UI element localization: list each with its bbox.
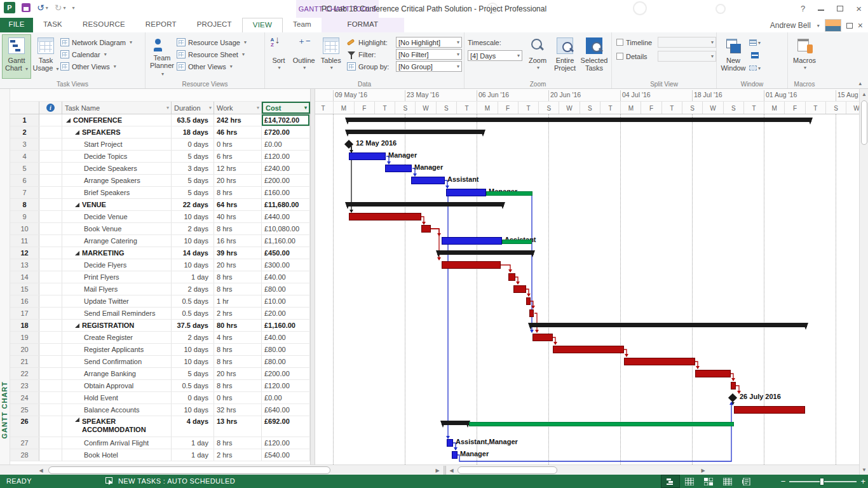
gantt-chart-button[interactable]: Gantt Chart ▾	[2, 34, 31, 79]
duration-cell[interactable]: 14 days	[172, 247, 214, 259]
table-row[interactable]: 26SPEAKER ACCOMMODATION4 days13 hrs£692.…	[10, 416, 310, 437]
table-scroll-right-icon[interactable]: ▶	[433, 466, 442, 474]
task-name-cell[interactable]: Mail Flyers	[62, 283, 172, 295]
tab-task[interactable]: TASK	[33, 18, 72, 32]
cost-cell[interactable]: £80.00	[262, 283, 310, 295]
duration-cell[interactable]: 0 days	[172, 139, 214, 150]
work-cell[interactable]: 32 hrs	[214, 404, 262, 416]
indicator-cell[interactable]	[39, 404, 62, 416]
gantt-bar-critical[interactable]	[421, 225, 431, 233]
table-scroll-thumb[interactable]	[48, 466, 330, 474]
status-new-tasks[interactable]: NEW TASKS : AUTO SCHEDULED	[118, 477, 235, 485]
task-name-cell[interactable]: Confirm Arrival Flight	[62, 437, 172, 449]
table-row[interactable]: 11Arrange Catering10 days16 hrs£1,160.00	[10, 235, 310, 247]
table-row[interactable]: 12MARKETING14 days39 hrs£450.00	[10, 247, 310, 259]
task-name-cell[interactable]: Create Register	[62, 332, 172, 343]
close-button[interactable]: ×	[856, 3, 862, 14]
group-by-dropdown[interactable]: [No Group]▾	[396, 61, 462, 72]
cost-cell[interactable]: £540.00	[262, 449, 310, 461]
gantt-bar-task[interactable]	[446, 189, 486, 196]
cost-cell[interactable]: £0.00	[262, 392, 310, 403]
tab-view[interactable]: VIEW	[242, 18, 283, 32]
indicator-cell[interactable]	[39, 392, 62, 403]
expand-triangle-icon[interactable]	[75, 323, 79, 328]
view-bar-label[interactable]: GANTT CHART	[1, 381, 8, 438]
new-window-button[interactable]: New Window	[719, 34, 748, 79]
doc-close-button[interactable]: ×	[858, 20, 863, 30]
help-button[interactable]: ?	[801, 4, 805, 13]
indicator-cell[interactable]	[39, 114, 62, 126]
task-name-cell[interactable]: Balance Accounts	[62, 404, 172, 416]
cost-cell[interactable]: £10,080.00	[262, 223, 310, 234]
gantt-bar-task[interactable]	[447, 439, 453, 447]
cost-cell[interactable]: £1,160.00	[262, 235, 310, 247]
task-name-cell[interactable]: SPEAKER ACCOMMODATION	[62, 416, 172, 437]
expand-triangle-icon[interactable]	[75, 417, 79, 422]
vertical-scroll-thumb[interactable]	[861, 100, 867, 145]
other-views2-button[interactable]: Other Views▾	[177, 60, 247, 72]
table-row[interactable]: 19Create Register2 days4 hrs£40.00	[10, 332, 310, 344]
indicator-cell[interactable]	[39, 416, 62, 437]
row-number-header[interactable]	[10, 102, 39, 114]
gantt-bar-slack[interactable]	[486, 191, 532, 196]
task-name-cell[interactable]: CONFERENCE	[62, 114, 172, 126]
duration-cell[interactable]: 10 days	[172, 344, 214, 355]
resource-sheet-button[interactable]: Resource Sheet▾	[177, 48, 247, 60]
gantt-bar-summary[interactable]	[346, 202, 504, 207]
work-cell[interactable]: 8 hrs	[214, 271, 262, 283]
work-cell[interactable]: 39 hrs	[214, 247, 262, 259]
table-row[interactable]: 23Obtain Approval0.5 days8 hrs£120.00	[10, 380, 310, 392]
work-cell[interactable]: 8 hrs	[214, 187, 262, 198]
cost-cell[interactable]: £11,680.00	[262, 199, 310, 210]
entire-project-button[interactable]: Entire Project	[550, 34, 580, 79]
work-cell[interactable]: 1 hr	[214, 295, 262, 307]
tab-resource[interactable]: RESOURCE	[72, 18, 135, 32]
chart-scroll-right-icon[interactable]: ▶	[698, 466, 708, 474]
gantt-bar-summary[interactable]	[346, 130, 484, 134]
row-number-cell[interactable]: 10	[10, 223, 39, 234]
duration-cell[interactable]: 0 days	[172, 392, 214, 403]
cost-cell[interactable]: £692.00	[262, 416, 310, 437]
gantt-bar-task[interactable]	[452, 451, 458, 459]
work-cell[interactable]: 8 hrs	[214, 283, 262, 295]
network-diagram-button[interactable]: Network Diagram▾	[60, 36, 132, 48]
details-dropdown[interactable]: ▾	[658, 51, 716, 62]
duration-cell[interactable]: 1 day	[172, 449, 214, 461]
row-number-cell[interactable]: 21	[10, 356, 39, 367]
row-number-cell[interactable]: 4	[10, 151, 39, 162]
task-name-cell[interactable]: SPEAKERS	[62, 126, 172, 138]
table-row[interactable]: 5Decide Speakers3 days12 hrs£240.00	[10, 163, 310, 175]
timescale-minor-tier[interactable]: TMFTSWSTMFTSWSTMFTSWSTMFTSW	[315, 102, 859, 114]
work-cell[interactable]: 8 hrs	[214, 223, 262, 234]
row-number-cell[interactable]: 23	[10, 380, 39, 391]
row-number-cell[interactable]: 28	[10, 449, 39, 461]
duration-cell[interactable]: 10 days	[172, 404, 214, 416]
indicator-cell[interactable]	[39, 235, 62, 247]
zoom-slider-track[interactable]	[789, 481, 857, 482]
resource-usage-button[interactable]: Resource Usage▾	[177, 36, 247, 48]
duration-cell[interactable]: 1 day	[172, 271, 214, 283]
gantt-bar-critical[interactable]	[695, 370, 731, 377]
row-number-cell[interactable]: 3	[10, 139, 39, 150]
indicator-cell[interactable]	[39, 211, 62, 222]
indicator-cell[interactable]	[39, 332, 62, 343]
work-cell[interactable]: 16 hrs	[214, 235, 262, 247]
table-row[interactable]: 1CONFERENCE63.5 days242 hrs£14,702.00	[10, 114, 310, 126]
scroll-down-icon[interactable]: ▼	[860, 465, 868, 474]
duration-cell[interactable]: 22 days	[172, 199, 214, 210]
cost-cell[interactable]: £10.00	[262, 295, 310, 307]
duration-cell[interactable]: 0.5 days	[172, 308, 214, 319]
cost-cell[interactable]: £120.00	[262, 437, 310, 449]
gantt-view-button[interactable]	[661, 475, 680, 488]
table-row[interactable]: 27Confirm Arrival Flight1 day8 hrs£120.0…	[10, 437, 310, 449]
cost-cell[interactable]: £1,160.00	[262, 320, 310, 331]
indicator-cell[interactable]	[39, 449, 62, 461]
task-name-cell[interactable]: VENUE	[62, 199, 172, 210]
gantt-bar-critical[interactable]	[442, 261, 501, 269]
table-row[interactable]: 4Decide Topics5 days6 hrs£120.00	[10, 151, 310, 163]
table-row[interactable]: 21Send Confirmation10 days8 hrs£80.00	[10, 356, 310, 368]
cost-cell[interactable]: £450.00	[262, 247, 310, 259]
table-row[interactable]: 25Balance Accounts10 days32 hrs£640.00	[10, 404, 310, 416]
timescale-major-tier[interactable]: 09 May '1623 May '1606 Jun '1620 Jun '16…	[315, 89, 859, 102]
timeline-checkbox[interactable]	[616, 39, 623, 46]
